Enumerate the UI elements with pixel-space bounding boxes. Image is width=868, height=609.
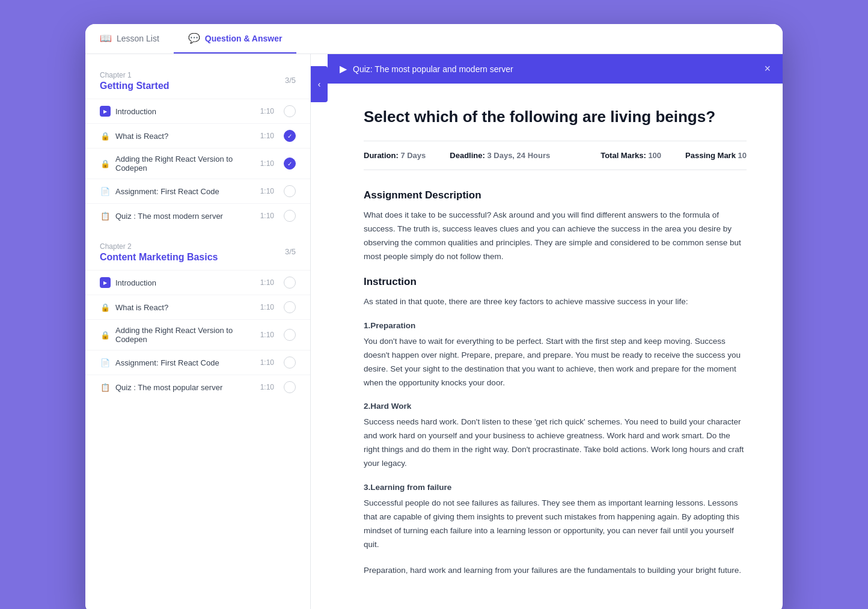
lesson-check — [284, 277, 296, 289]
point-1-text: You don't have to wait for everything to… — [364, 335, 747, 390]
meta-deadline: Deadline: 3 Days, 24 Hours — [450, 151, 550, 160]
passing-mark-label: Passing Mark — [685, 151, 738, 160]
app-window: 📖 Lesson List 💬 Question & Answer Chapte… — [85, 24, 783, 609]
point-1: 1.Preparation You don't have to wait for… — [364, 321, 747, 390]
point-1-number: 1.Preparation — [364, 321, 747, 330]
lesson-duration: 1:10 — [260, 107, 274, 115]
point-2-text: Success needs hard work. Don't listen to… — [364, 415, 747, 471]
lesson-check — [284, 381, 296, 393]
play-icon: ▶ — [100, 106, 111, 117]
doc-icon: 📄 — [100, 357, 111, 368]
list-item[interactable]: 📋 Quiz : The most popular server 1:10 — [85, 375, 310, 399]
lesson-title: Adding the Right React Version to Codepe… — [115, 326, 255, 344]
meta-row: Duration: 7 Days Deadline: 3 Days, 24 Ho… — [364, 141, 747, 170]
collapse-sidebar-button[interactable]: ‹ — [311, 66, 328, 102]
chapter-2-progress: 3/5 — [285, 247, 296, 256]
quiz-icon: 📋 — [100, 382, 111, 393]
point-3: 3.Learning from failure Successful peopl… — [364, 483, 747, 552]
point-2-number: 2.Hard Work — [364, 402, 747, 411]
chapter-1-title: Getting Started — [100, 81, 170, 91]
quiz-icon: 📋 — [100, 210, 111, 221]
video-icon: ▶ — [340, 63, 347, 75]
tab-lesson-list[interactable]: 📖 Lesson List — [85, 24, 174, 54]
chapter-1-lessons: ▶ Introduction 1:10 🔒 What is React? 1:1… — [85, 99, 310, 228]
lesson-duration: 1:10 — [260, 278, 274, 287]
question-title: Select which of the following are living… — [364, 108, 747, 126]
lesson-check-done: ✓ — [284, 130, 296, 142]
lesson-duration: 1:10 — [260, 159, 274, 168]
assignment-description-text: What does it take to be successful? Ask … — [364, 209, 747, 264]
lesson-duration: 1:10 — [260, 331, 274, 339]
lock-icon: 🔒 — [100, 158, 111, 169]
content-header: ▶ Quiz: The most popular and modern serv… — [328, 54, 783, 84]
play-icon: ▶ — [100, 277, 111, 288]
lesson-title: Assignment: First React Code — [115, 358, 255, 367]
chapter-2-title: Content Marketing Basics — [100, 252, 218, 263]
content-title: Quiz: The most popular and modern server — [353, 64, 513, 74]
tab-question-answer-label: Question & Answer — [205, 34, 283, 43]
chapter-2-lessons: ▶ Introduction 1:10 🔒 What is React? 1:1… — [85, 270, 310, 399]
lesson-check — [284, 329, 296, 341]
point-3-number: 3.Learning from failure — [364, 483, 747, 492]
meta-passing-mark: Passing Mark 10 — [685, 151, 747, 160]
deadline-label: Deadline: — [450, 151, 487, 160]
sidebar: Chapter 1 Getting Started 3/5 ▶ Introduc… — [85, 54, 311, 609]
lock-icon: 🔒 — [100, 302, 111, 313]
lesson-title: Quiz : The most modern server — [115, 212, 255, 221]
list-item[interactable]: 🔒 What is React? 1:10 ✓ — [85, 123, 310, 148]
total-marks-label: Total Marks: — [601, 151, 648, 160]
instruction-title: Instruction — [364, 276, 747, 288]
tab-question-answer[interactable]: 💬 Question & Answer — [174, 24, 297, 54]
duration-label: Duration: — [364, 151, 400, 160]
chapter-1-progress: 3/5 — [285, 76, 296, 85]
lesson-title: Adding the Right React Version to Codepe… — [115, 155, 255, 173]
lesson-duration: 1:10 — [260, 358, 274, 367]
chat-icon: 💬 — [188, 32, 200, 44]
lock-icon: 🔒 — [100, 329, 111, 340]
content-body: Select which of the following are living… — [328, 84, 783, 609]
lesson-duration: 1:10 — [260, 132, 274, 140]
book-icon: 📖 — [100, 32, 112, 44]
lesson-check — [284, 105, 296, 117]
lesson-check — [284, 185, 296, 197]
assignment-description-title: Assignment Description — [364, 189, 747, 201]
tab-lesson-list-label: Lesson List — [117, 34, 159, 43]
lesson-check-done: ✓ — [284, 158, 296, 170]
close-button[interactable]: × — [764, 63, 771, 75]
list-item[interactable]: ▶ Introduction 1:10 — [85, 270, 310, 295]
instruction-intro: As stated in that quote, there are three… — [364, 295, 747, 309]
meta-duration: Duration: 7 Days — [364, 151, 426, 160]
lesson-duration: 1:10 — [260, 383, 274, 391]
lesson-title: What is React? — [115, 303, 255, 312]
lock-icon: 🔒 — [100, 130, 111, 141]
lesson-title: Introduction — [115, 107, 255, 116]
lesson-title: Assignment: First React Code — [115, 187, 255, 196]
chapter-2-header: Chapter 2 Content Marketing Basics 3/5 — [85, 237, 310, 265]
chapter-2-label: Chapter 2 — [100, 242, 296, 251]
point-3-text: Successful people do not see failures as… — [364, 497, 747, 552]
list-item[interactable]: 🔒 Adding the Right React Version to Code… — [85, 148, 310, 179]
content-area: ▶ Quiz: The most popular and modern serv… — [328, 54, 783, 609]
content-header-title: ▶ Quiz: The most popular and modern serv… — [340, 63, 513, 75]
lesson-duration: 1:10 — [260, 212, 274, 220]
lesson-duration: 1:10 — [260, 187, 274, 195]
doc-icon: 📄 — [100, 186, 111, 197]
list-item[interactable]: 📄 Assignment: First React Code 1:10 — [85, 350, 310, 375]
lesson-check — [284, 210, 296, 222]
list-item[interactable]: 🔒 Adding the Right React Version to Code… — [85, 319, 310, 350]
chapter-1-label: Chapter 1 — [100, 71, 296, 79]
chapter-1-header: Chapter 1 Getting Started 3/5 — [85, 66, 310, 94]
tabs-bar: 📖 Lesson List 💬 Question & Answer — [85, 24, 783, 54]
closing-text: Preparation, hard work and learning from… — [364, 564, 747, 578]
lesson-duration: 1:10 — [260, 303, 274, 311]
list-item[interactable]: ▶ Introduction 1:10 — [85, 99, 310, 123]
list-item[interactable]: 🔒 What is React? 1:10 — [85, 295, 310, 319]
main-layout: Chapter 1 Getting Started 3/5 ▶ Introduc… — [85, 54, 783, 609]
meta-total-marks: Total Marks: 100 — [601, 151, 661, 160]
lesson-title: Quiz : The most popular server — [115, 383, 255, 392]
lesson-title: What is React? — [115, 132, 255, 141]
lesson-check — [284, 301, 296, 313]
list-item[interactable]: 📋 Quiz : The most modern server 1:10 — [85, 203, 310, 228]
list-item[interactable]: 📄 Assignment: First React Code 1:10 — [85, 179, 310, 203]
point-2: 2.Hard Work Success needs hard work. Don… — [364, 402, 747, 471]
